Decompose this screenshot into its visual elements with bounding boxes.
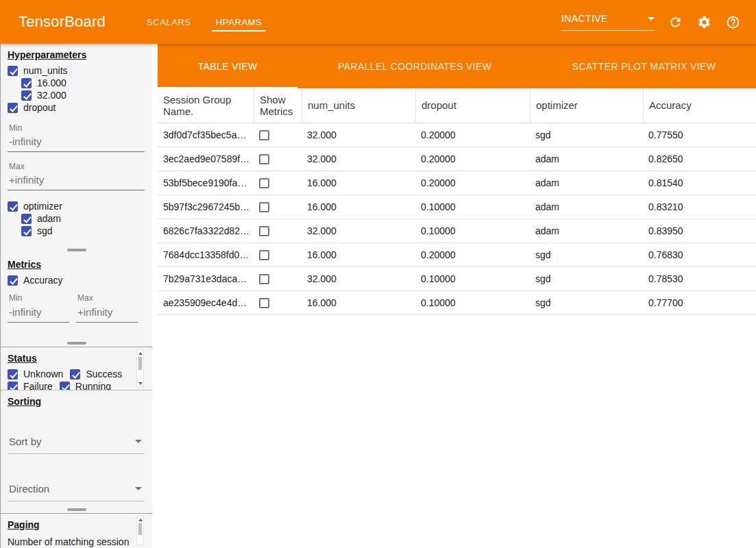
tab-parallel-coordinates-view[interactable]: PARALLEL COORDINATES VIEW <box>297 44 532 88</box>
session-group-name: 3df0d7cf35bec5a… <box>158 129 254 140</box>
adam-label: adam <box>37 213 61 224</box>
tab-table-view[interactable]: TABLE VIEW <box>158 44 297 88</box>
tab-parallel-coordinates-label: PARALLEL COORDINATES VIEW <box>338 61 491 72</box>
hparam-row-adam: adam <box>21 212 145 225</box>
show-metrics-checkbox[interactable] <box>259 250 269 260</box>
paging-heading: Paging <box>8 519 145 530</box>
accuracy-value: 0.77550 <box>643 129 756 140</box>
optimizer-value: sgd <box>530 129 643 140</box>
metric-max-input[interactable] <box>76 305 138 323</box>
dropout-max-label: Max <box>9 162 145 171</box>
show-metrics-checkbox[interactable] <box>259 226 269 236</box>
dropout-max-input[interactable] <box>8 173 145 190</box>
view-tabs: TABLE VIEW PARALLEL COORDINATES VIEW SCA… <box>158 44 756 88</box>
show-metrics-checkbox[interactable] <box>259 202 269 212</box>
status-scrollbar[interactable] <box>136 349 144 388</box>
num-units-value: 16.000 <box>302 201 415 212</box>
optimizer-checkbox[interactable] <box>8 201 18 212</box>
dropout-value: 0.10000 <box>415 297 530 308</box>
sort-by-value: Sort by <box>9 436 42 447</box>
num-units-checkbox[interactable] <box>8 66 18 76</box>
dropout-value: 0.20000 <box>415 153 530 164</box>
dropout-label: dropout <box>23 102 56 113</box>
scrollbar-thumb[interactable] <box>138 357 142 370</box>
drag-handle-icon <box>67 249 86 251</box>
show-metrics-checkbox[interactable] <box>259 298 269 308</box>
column-header-session-group-name: Session Group Name. <box>158 88 254 123</box>
show-metrics-cell <box>254 250 302 260</box>
value-32-checkbox[interactable] <box>21 90 32 101</box>
scrollbar-thumb[interactable] <box>138 523 142 535</box>
sgd-checkbox[interactable] <box>21 226 32 236</box>
metric-min-input[interactable] <box>8 305 69 323</box>
show-metrics-checkbox[interactable] <box>259 130 269 140</box>
matching-groups-summary: Number of matching session groups: 8 <box>8 536 135 547</box>
sidebar: Hyperparameters num_units 16.000 32.000 … <box>0 44 152 548</box>
accuracy-label: Accuracy <box>23 275 63 286</box>
tab-scalars-label: SCALARS <box>147 17 191 27</box>
scroll-up-icon <box>138 352 143 355</box>
pane-resize-handle[interactable] <box>1 506 152 513</box>
num-units-value: 32.000 <box>302 225 415 236</box>
table-row: 7684dcc13358fd0… 16.000 0.20000 sgd 0.76… <box>158 243 756 267</box>
table-row: 5b97f3c2967245b… 16.000 0.10000 adam 0.8… <box>158 195 756 219</box>
sort-by-select[interactable]: Sort by <box>8 433 145 454</box>
failure-checkbox[interactable] <box>8 382 18 391</box>
failure-label: Failure <box>23 381 53 390</box>
run-status-select[interactable]: INACTIVE <box>561 13 655 31</box>
metric-min-field: Min <box>8 293 69 323</box>
session-group-name: 7684dcc13358fd0… <box>158 249 254 260</box>
direction-select[interactable]: Direction <box>8 480 145 501</box>
scroll-down-icon <box>138 382 143 385</box>
table-row: 3df0d7cf35bec5a… 32.000 0.20000 sgd 0.77… <box>158 123 756 147</box>
hparams-main: TABLE VIEW PARALLEL COORDINATES VIEW SCA… <box>158 44 756 548</box>
scrollbar-track <box>137 357 143 380</box>
optimizer-value: adam <box>530 201 643 212</box>
table-header: Session Group Name. Show Metrics num_uni… <box>158 88 756 123</box>
chevron-down-icon <box>135 440 142 443</box>
running-label: Running <box>75 381 111 390</box>
refresh-icon <box>668 15 683 29</box>
settings-button[interactable] <box>696 14 712 30</box>
pane-resize-handle[interactable] <box>1 340 152 347</box>
sorting-pane: Sorting Sort by Direction <box>1 390 152 506</box>
table-row: 7b29a731e3daca… 32.000 0.10000 sgd 0.785… <box>158 267 756 291</box>
show-metrics-cell <box>254 130 302 140</box>
column-header-dropout: dropout <box>415 88 530 123</box>
unknown-checkbox[interactable] <box>8 369 18 379</box>
running-checkbox[interactable] <box>60 382 70 391</box>
tab-scalars[interactable]: SCALARS <box>134 0 204 44</box>
adam-checkbox[interactable] <box>21 214 32 224</box>
show-metrics-checkbox[interactable] <box>259 154 269 164</box>
refresh-button[interactable] <box>667 14 683 30</box>
drag-handle-icon <box>67 508 86 511</box>
num-units-label: num_units <box>23 65 68 76</box>
show-metrics-checkbox[interactable] <box>259 178 269 188</box>
tab-scatter-plot-matrix-view[interactable]: SCATTER PLOT MATRIX VIEW <box>532 44 756 88</box>
show-metrics-checkbox[interactable] <box>259 274 269 284</box>
accuracy-value: 0.82650 <box>643 153 756 164</box>
accuracy-value: 0.76830 <box>643 249 756 260</box>
scrollbar-track <box>137 523 143 545</box>
dropout-value: 0.20000 <box>415 249 530 260</box>
paging-scrollbar[interactable] <box>136 516 144 545</box>
optimizer-value: sgd <box>530 297 643 308</box>
optimizer-value: sgd <box>530 249 643 260</box>
optimizer-value: adam <box>530 177 643 188</box>
help-button[interactable] <box>724 14 741 30</box>
accuracy-checkbox[interactable] <box>8 275 18 286</box>
success-checkbox[interactable] <box>70 369 80 379</box>
session-group-name: ae235909ec4e4d… <box>158 297 254 308</box>
dropout-min-input[interactable] <box>8 134 145 152</box>
num-units-value: 16.000 <box>302 297 415 308</box>
dropout-checkbox[interactable] <box>8 103 18 113</box>
dropout-value: 0.10000 <box>415 225 530 236</box>
status-heading: Status <box>8 353 145 364</box>
pane-resize-handle[interactable] <box>1 247 152 253</box>
tab-hparams[interactable]: HPARAMS <box>204 0 275 44</box>
hyperparameters-pane: Hyperparameters num_units 16.000 32.000 … <box>1 44 152 247</box>
accuracy-value: 0.83950 <box>643 225 756 236</box>
value-16-checkbox[interactable] <box>21 78 32 88</box>
num-units-value: 16.000 <box>302 177 415 188</box>
hparam-row-dropout: dropout <box>8 101 145 114</box>
